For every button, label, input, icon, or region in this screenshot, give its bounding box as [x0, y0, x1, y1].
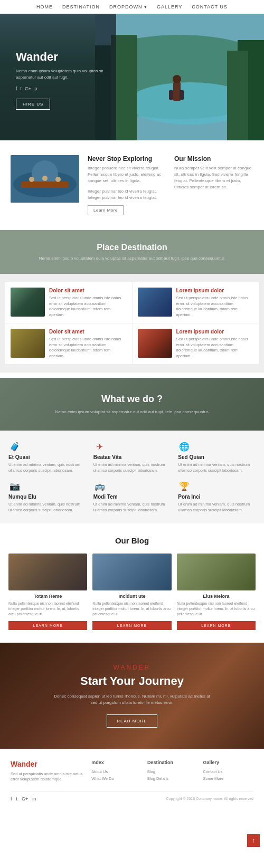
place-destination-banner: Place Destination Nemo enim ipsum volupt…	[0, 230, 264, 274]
footer-col-title-0: Index	[91, 760, 142, 765]
hero-overlay: Wander Nemo enim ipsam voluptatem quia v…	[0, 14, 116, 140]
navigation: HOME DESTINATION DROPDOWN ▾ GALLERY CONT…	[0, 0, 264, 14]
blog-learn-more-button[interactable]: LEARN MORE	[177, 621, 256, 630]
blog-grid: Totam Reme Nulla pellentesque nisi non l…	[8, 554, 256, 629]
footer-bottom: f t G+ in Copyright © 2016 Company name.…	[11, 796, 253, 802]
dest-card-title: Dolor sit amet	[49, 329, 127, 335]
blog-learn-more-button[interactable]: LEARN MORE	[8, 621, 87, 630]
hero-section: Wander Nemo enim ipsam voluptatem quia v…	[0, 14, 264, 140]
blog-card-desc: Nulla pellentesque nisi non laoreet elei…	[8, 601, 87, 616]
dest-card-title: Dolor sit amet	[49, 288, 127, 293]
svg-point-15	[29, 177, 34, 182]
footer-copyright: Copyright © 2016 Company name. All right…	[166, 797, 253, 800]
explore-desc1: Integer posuere nec sit viverra feugiat.…	[88, 165, 169, 184]
service-item: ✈ Beatae Vita Ut enim ad minima veniam, …	[93, 441, 171, 473]
mission-desc: Nulla semper velit velit semper at congu…	[174, 165, 253, 190]
blog-learn-more-button[interactable]: LEARN MORE	[92, 621, 171, 630]
dest-card-image	[138, 288, 172, 317]
blog-card-title: Incidunt ute	[92, 594, 171, 599]
hero-social-icons: f t G+ p	[16, 86, 106, 91]
blog-card-image	[92, 554, 171, 590]
service-bus-icon: 🚌	[93, 481, 106, 491]
blog-card-desc: Nulla pellentesque nisi non laoreet elei…	[177, 601, 256, 616]
footer-facebook-icon[interactable]: f	[11, 796, 12, 802]
read-more-button[interactable]: READ MORE	[107, 714, 157, 728]
service-trophy-icon: 🏆	[178, 481, 191, 491]
journey-subtitle: WANDER	[11, 664, 253, 671]
blog-card-title: Eius Meiora	[177, 594, 256, 599]
journey-title: Start Your Journey	[11, 674, 253, 688]
dest-card-content: Lorem ipsum dolor Sed ut perspiciatis un…	[176, 329, 254, 359]
hero-title: Wander	[16, 50, 106, 64]
service-title: Et Quasi	[8, 454, 86, 460]
hero-description: Nemo enim ipsam voluptatem quia voluptas…	[16, 68, 106, 81]
svg-rect-14	[21, 182, 69, 188]
footer-social-icons: f t G+ in	[11, 796, 36, 802]
destination-card[interactable]: Dolor sit amet Sed ut perspiciatis unde …	[5, 323, 132, 364]
blog-card-desc: Nulla pellentesque nisi non laoreet elei…	[92, 601, 171, 616]
footer-gplus-icon[interactable]: G+	[22, 796, 28, 802]
hire-us-button[interactable]: HIRE US	[16, 99, 50, 110]
nav-home[interactable]: HOME	[36, 4, 53, 9]
footer-twitter-icon[interactable]: t	[16, 796, 18, 802]
explore-image-svg	[11, 155, 79, 203]
service-desc: Ut enim ad minima veniam, quis nostrum u…	[8, 502, 86, 513]
dest-card-title: Lorem ipsum dolor	[176, 329, 254, 335]
footer-col-title-1: Destination	[147, 760, 198, 765]
whatwedo-title: What we do ?	[11, 394, 253, 405]
footer-brand: Wander Sed ut perspiciatis unde omnis is…	[11, 760, 86, 783]
service-desc: Ut enim ad minima veniam, quis nostrum u…	[93, 502, 171, 513]
whatwedo-desc: Nemo enim ipsum voluptat sit aspernatur …	[11, 409, 253, 415]
footer-col-item[interactable]: Blog Details	[147, 776, 198, 781]
service-title: Sed Quian	[178, 454, 256, 460]
dest-card-content: Dolor sit amet Sed ut perspiciatis unde …	[49, 329, 127, 359]
footer-col-index: IndexAbout UsWhat We Do	[91, 760, 142, 783]
nav-gallery[interactable]: GALLERY	[157, 4, 182, 9]
blog-card-image	[177, 554, 256, 590]
hero-pinterest-icon[interactable]: p	[34, 86, 37, 91]
hero-twitter-icon[interactable]: t	[21, 86, 22, 91]
service-title: Pora Inci	[178, 494, 256, 500]
svg-point-17	[55, 177, 61, 182]
footer-col-item[interactable]: Contact Us	[203, 769, 253, 774]
dest-card-title: Lorem ipsum dolor	[176, 288, 254, 293]
footer-col-item[interactable]: Some More	[203, 776, 253, 781]
footer-instagram-icon[interactable]: in	[32, 796, 36, 802]
hero-facebook-icon[interactable]: f	[16, 86, 17, 91]
learn-more-button[interactable]: Learn More	[88, 205, 124, 215]
service-title: Beatae Vita	[93, 454, 171, 460]
service-item: 🚌 Modi Tem Ut enim ad minima veniam, qui…	[93, 481, 171, 513]
dest-card-text: Sed ut perspiciatis unde omnis iste natu…	[176, 295, 254, 318]
service-globe-icon: 🌐	[178, 441, 191, 452]
footer-col-item[interactable]: What We Do	[91, 776, 142, 781]
explore-desc2: Integer pulvinar leo id viverra feugiat.…	[88, 188, 169, 201]
explore-image	[11, 155, 79, 203]
destination-card[interactable]: Lorem ipsum dolor Sed ut perspiciatis un…	[133, 323, 259, 364]
place-destination-title: Place Destination	[11, 243, 253, 252]
service-title: Numqu Elu	[8, 494, 86, 500]
dest-card-content: Dolor sit amet Sed ut perspiciatis unde …	[49, 288, 127, 318]
svg-rect-9	[169, 90, 173, 100]
blog-title: Our Blog	[8, 536, 256, 545]
nav-destination[interactable]: DESTINATION	[62, 4, 100, 9]
svg-rect-10	[180, 90, 184, 100]
blog-card: Totam Reme Nulla pellentesque nisi non l…	[8, 554, 87, 629]
services-grid: 🧳 Et Quasi Ut enim ad minima veniam, qui…	[8, 441, 256, 513]
hero-gplus-icon[interactable]: G+	[25, 86, 31, 91]
nav-contact[interactable]: CONTACT US	[192, 4, 228, 9]
dest-card-image	[138, 329, 172, 358]
footer-col-item[interactable]: About Us	[91, 769, 142, 774]
destination-card[interactable]: Lorem ipsum dolor Sed ut perspiciatis un…	[133, 282, 259, 323]
dest-card-text: Sed ut perspiciatis unde omnis iste natu…	[49, 337, 127, 359]
service-item: 🧳 Et Quasi Ut enim ad minima veniam, qui…	[8, 441, 86, 473]
mission-block: Our Mission Nulla semper velit velit sem…	[169, 155, 253, 215]
blog-card: Incidunt ute Nulla pellentesque nisi non…	[92, 554, 171, 629]
svg-point-16	[42, 176, 48, 181]
service-desc: Ut enim ad minima veniam, quis nostrum u…	[93, 462, 171, 473]
place-destination-desc: Nemo enim ipsum voluptatem quia voluptas…	[11, 255, 253, 261]
footer-col-item[interactable]: Blog	[147, 769, 198, 774]
service-title: Modi Tem	[93, 494, 171, 500]
nav-dropdown[interactable]: DROPDOWN ▾	[109, 4, 147, 9]
svg-rect-7	[173, 82, 181, 101]
destination-card[interactable]: Dolor sit amet Sed ut perspiciatis unde …	[5, 282, 132, 323]
